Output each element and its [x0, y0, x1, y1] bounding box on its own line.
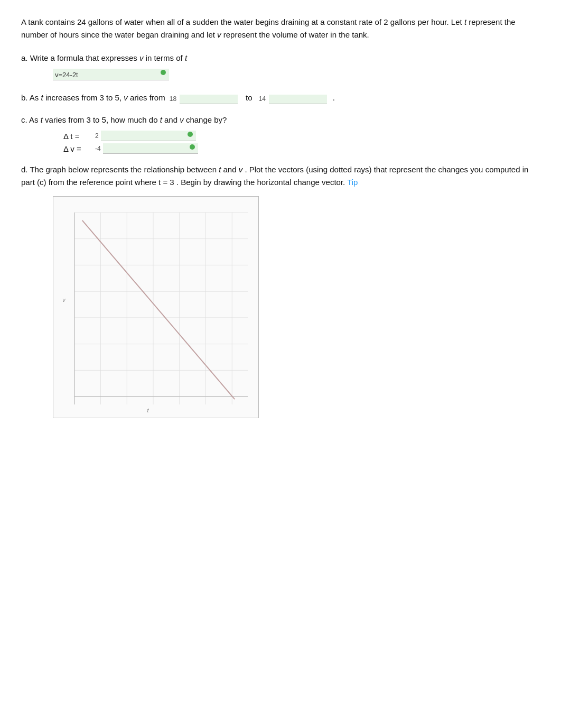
part-b-var-v: v — [124, 93, 128, 102]
part-c-text4: change by? — [186, 115, 227, 124]
correct-indicator — [161, 70, 166, 75]
graph-svg: t v — [53, 197, 258, 418]
delta-t-label: Δ t = — [63, 132, 95, 141]
part-d: d. The graph below represents the relati… — [21, 163, 540, 418]
delta-t-value: 2 — [95, 132, 99, 140]
delta-t-input[interactable] — [101, 131, 196, 141]
delta-t-row: Δ t = 2 — [63, 131, 540, 141]
part-c-var-t2: t — [160, 115, 162, 124]
part-a-text: Write a formula that expresses — [30, 53, 137, 62]
part-c: c. As t varies from 3 to 5, how much do … — [21, 114, 540, 154]
problem-intro: A tank contains 24 gallons of water when… — [21, 16, 540, 41]
delta-v-value: -4 — [95, 145, 101, 152]
part-c-letter: c. — [21, 115, 27, 124]
part-a: a. Write a formula that expresses v in t… — [21, 52, 540, 80]
delta-v-input[interactable] — [103, 143, 198, 154]
part-c-label: c. As t varies from 3 to 5, how much do … — [21, 114, 540, 126]
part-c-text3: and — [164, 115, 177, 124]
intro-end: represent the volume of water in the tan… — [223, 30, 369, 39]
part-c-var-t: t — [41, 115, 43, 124]
delta-v-correct-indicator — [190, 144, 195, 150]
part-a-answer-value: v=24-2t — [55, 71, 78, 79]
intro-text: A tank contains 24 gallons of water when… — [21, 17, 462, 26]
part-b-answer2: 14 — [259, 95, 266, 103]
part-b: b. As t increases from 3 to 5, v aries f… — [21, 90, 540, 104]
part-b-answer1: 18 — [170, 95, 176, 103]
part-c-text2: varies from 3 to 5, how much do — [45, 115, 157, 124]
part-b-input1-box[interactable] — [180, 95, 238, 104]
part-d-text1: The graph below represents the relations… — [30, 165, 217, 174]
part-b-input1[interactable]: 18 — [167, 90, 241, 104]
part-a-label: a. Write a formula that expresses v in t… — [21, 52, 540, 64]
intro-var-t: t — [464, 17, 466, 26]
part-c-answer-area: Δ t = 2 Δ v = -4 — [63, 131, 540, 154]
part-b-text3: aries from — [130, 93, 165, 102]
part-a-var-t: t — [185, 53, 187, 62]
part-b-letter: b. — [21, 93, 28, 102]
part-d-var-v: v — [239, 165, 243, 174]
delta-t-correct-indicator — [188, 132, 193, 137]
part-b-var-t: t — [41, 93, 43, 102]
part-b-text: As — [30, 93, 39, 102]
part-a-letter: a. — [21, 53, 28, 62]
part-b-to: to — [246, 93, 253, 102]
delta-v-row: Δ v = -4 — [63, 143, 540, 154]
part-d-label: d. The graph below represents the relati… — [21, 163, 540, 189]
part-a-input[interactable]: v=24-2t — [53, 69, 169, 80]
delta-v-label: Δ v = — [63, 144, 95, 153]
part-d-letter: d. — [21, 165, 28, 174]
part-b-input2[interactable]: 14 — [257, 90, 331, 104]
svg-text:v: v — [62, 297, 66, 303]
part-a-var-v: v — [139, 53, 144, 62]
intro-var-v: v — [217, 30, 221, 39]
graph-container[interactable]: t v — [53, 196, 259, 418]
part-b-label: b. As t increases from 3 to 5, v aries f… — [21, 90, 540, 104]
part-c-var-v: v — [180, 115, 184, 124]
part-a-text2: in terms of — [146, 53, 183, 62]
part-d-var-t: t — [219, 165, 221, 174]
part-d-text2: and — [223, 165, 237, 174]
part-c-text: As — [29, 115, 39, 124]
tip-link[interactable]: Tip — [347, 178, 358, 187]
part-a-answer-area: v=24-2t — [53, 69, 540, 80]
part-b-text2: increases from 3 to 5, — [45, 93, 121, 102]
part-b-input2-box[interactable] — [269, 95, 327, 104]
part-b-period: . — [333, 93, 335, 102]
